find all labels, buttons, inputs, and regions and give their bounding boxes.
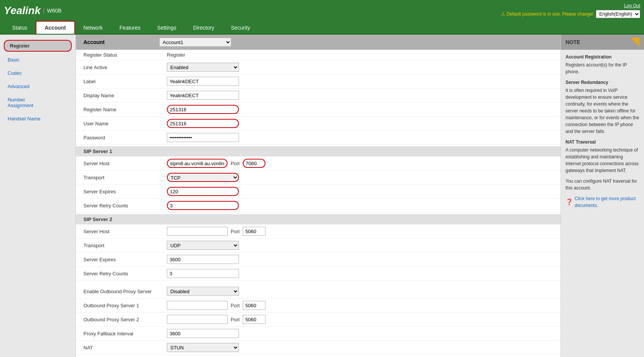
register-status-label: Register Status bbox=[83, 52, 167, 58]
register-name-input[interactable] bbox=[167, 105, 239, 114]
sidebar-item-number-assignment[interactable]: NumberAssignment bbox=[0, 93, 75, 112]
label-row: Label bbox=[76, 74, 561, 88]
outbound-proxy-label: Enable Outbound Proxy Server bbox=[83, 289, 167, 294]
sip1-retry-row: Server Retry Counts bbox=[76, 199, 561, 213]
nat-value: STUN None Keep-Alive bbox=[167, 343, 553, 352]
sidebar-item-codec[interactable]: Codec bbox=[0, 66, 75, 80]
outbound1-label: Outbound Proxy Server 1 bbox=[83, 303, 167, 308]
account-header-value: Account1 Account2 Account3 Account4 bbox=[159, 38, 553, 47]
note-corner-decoration bbox=[630, 38, 639, 47]
proxy-fallback-input[interactable] bbox=[167, 329, 239, 338]
sip1-port-input[interactable] bbox=[243, 159, 265, 168]
label-field-value bbox=[167, 77, 553, 86]
note-link-text[interactable]: Click here to get more product documents… bbox=[575, 195, 639, 209]
warning-message: ⚠ Default password is in use. Please cha… bbox=[501, 11, 594, 17]
note-section-2-title: Server Redundancy bbox=[565, 79, 639, 86]
sip1-port-label: Port bbox=[231, 161, 240, 166]
tab-features[interactable]: Features bbox=[111, 22, 149, 34]
sip1-retry-value bbox=[167, 201, 553, 210]
note-header: NOTE bbox=[561, 35, 644, 50]
line-active-value: Enabled Disabled bbox=[167, 63, 553, 72]
display-name-input[interactable] bbox=[167, 91, 239, 100]
line-active-select[interactable]: Enabled Disabled bbox=[167, 63, 239, 72]
sidebar-item-advanced[interactable]: Advanced bbox=[0, 80, 75, 93]
user-name-value bbox=[167, 119, 553, 128]
button-row: Confirm Cancel bbox=[76, 355, 561, 357]
sidebar-item-handset-name[interactable]: Handset Name bbox=[0, 112, 75, 125]
register-status-text: Register bbox=[167, 52, 185, 58]
password-input[interactable] bbox=[167, 133, 239, 142]
label-field-label: Label bbox=[83, 79, 167, 84]
nat-label: NAT bbox=[83, 345, 167, 351]
sip2-server-host-row: Server Host Port bbox=[76, 224, 561, 239]
sip2-transport-select[interactable]: UDP TCP TLS DNS-NAPTR bbox=[167, 241, 239, 250]
sip1-server-host-input[interactable] bbox=[167, 159, 228, 168]
user-name-input[interactable] bbox=[167, 119, 239, 128]
content-area: Account Account1 Account2 Account3 Accou… bbox=[76, 35, 561, 357]
sip1-transport-select[interactable]: TCP UDP TLS DNS-NAPTR bbox=[167, 173, 239, 182]
sip1-expires-row: Server Expires bbox=[76, 185, 561, 199]
sip2-transport-row: Transport UDP TCP TLS DNS-NAPTR bbox=[76, 239, 561, 253]
outbound-proxy-value: Disabled Enabled bbox=[167, 287, 553, 296]
note-link[interactable]: ❓ Click here to get more product documen… bbox=[565, 195, 639, 209]
header-right: Log Out ⚠ Default password is in use. Pl… bbox=[501, 3, 640, 18]
tab-network[interactable]: Network bbox=[75, 22, 111, 34]
outbound1-port-input[interactable] bbox=[243, 301, 265, 310]
display-name-value bbox=[167, 91, 553, 100]
sip1-transport-label: Transport bbox=[83, 175, 167, 180]
logout-button[interactable]: Log Out bbox=[624, 3, 640, 8]
nav-tabs: Status Account Network Features Settings… bbox=[0, 21, 644, 35]
tab-security[interactable]: Security bbox=[223, 22, 259, 34]
sip1-retry-input[interactable] bbox=[167, 201, 239, 210]
sidebar-item-basic[interactable]: Basic bbox=[0, 53, 75, 66]
sip2-port-input[interactable] bbox=[243, 227, 265, 236]
sip1-server-host-row: Server Host Port bbox=[76, 156, 561, 171]
outbound2-port-input[interactable] bbox=[243, 315, 265, 324]
nat-select[interactable]: STUN None Keep-Alive bbox=[167, 343, 239, 352]
label-input[interactable] bbox=[167, 77, 239, 86]
password-value bbox=[167, 133, 553, 142]
line-active-label: Line Active bbox=[83, 65, 167, 70]
sip1-retry-label: Server Retry Counts bbox=[83, 203, 167, 209]
note-panel: NOTE Account Registration Registers acco… bbox=[561, 35, 644, 357]
sip1-expires-input[interactable] bbox=[167, 187, 239, 196]
sip2-transport-value: UDP TCP TLS DNS-NAPTR bbox=[167, 241, 553, 250]
line-active-row: Line Active Enabled Disabled bbox=[76, 60, 561, 74]
logo-model: W60B bbox=[44, 8, 61, 14]
register-status-value: Register bbox=[167, 52, 553, 58]
sip2-retry-label: Server Retry Counts bbox=[83, 271, 167, 276]
logo-yealink: Yealink bbox=[4, 5, 41, 17]
sip2-retry-input[interactable] bbox=[167, 269, 239, 278]
tab-settings[interactable]: Settings bbox=[149, 22, 185, 34]
register-name-row: Register Name bbox=[76, 103, 561, 117]
sip2-expires-input[interactable] bbox=[167, 255, 239, 264]
note-section-3-text: A computer networking technique of estab… bbox=[565, 147, 639, 174]
outbound2-port-label: Port bbox=[231, 317, 240, 322]
language-select[interactable]: English(English) bbox=[596, 10, 640, 18]
tab-account[interactable]: Account bbox=[36, 21, 75, 34]
main-layout: Register Basic Codec Advanced NumberAssi… bbox=[0, 35, 644, 357]
tab-status[interactable]: Status bbox=[4, 22, 36, 34]
sip1-server-host-value: Port bbox=[167, 159, 553, 168]
sip2-server-host-input[interactable] bbox=[167, 227, 228, 236]
sidebar-item-register[interactable]: Register bbox=[4, 40, 72, 52]
sip1-expires-value bbox=[167, 187, 553, 196]
sip1-header: SIP Server 1 bbox=[76, 146, 561, 156]
note-section-3-title: NAT Traversal bbox=[565, 139, 639, 145]
tab-directory[interactable]: Directory bbox=[185, 22, 223, 34]
sip2-retry-value bbox=[167, 269, 553, 278]
warning-icon: ⚠ bbox=[501, 11, 505, 17]
account-select[interactable]: Account1 Account2 Account3 Account4 bbox=[159, 38, 231, 47]
outbound2-input[interactable] bbox=[167, 315, 228, 324]
outbound2-value: Port bbox=[167, 315, 553, 324]
note-link-icon: ❓ bbox=[565, 197, 573, 207]
outbound1-input[interactable] bbox=[167, 301, 228, 310]
logo-area: Yealink W60B bbox=[4, 5, 61, 17]
outbound1-port-label: Port bbox=[231, 303, 240, 308]
nat-row: NAT STUN None Keep-Alive bbox=[76, 341, 561, 355]
sip2-transport-label: Transport bbox=[83, 243, 167, 248]
outbound-proxy-select[interactable]: Disabled Enabled bbox=[167, 287, 239, 296]
proxy-fallback-label: Proxy Fallback Interval bbox=[83, 331, 167, 336]
sip2-port-label: Port bbox=[231, 229, 240, 234]
sip2-header: SIP Server 2 bbox=[76, 214, 561, 224]
